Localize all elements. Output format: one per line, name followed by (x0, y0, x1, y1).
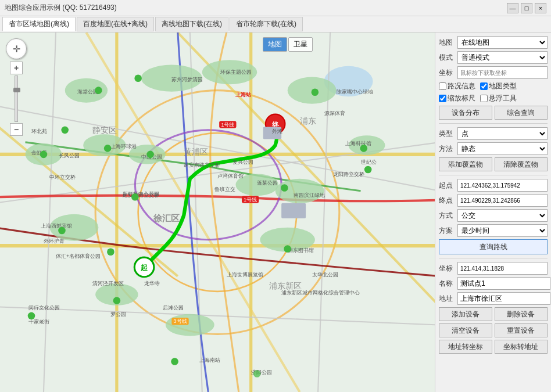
map-area[interactable]: 起 终 静安区 (0, 33, 435, 392)
maximize-button[interactable]: □ (521, 3, 532, 13)
plan-row: 方案 最少时间 最少换乘 最少步行 (439, 224, 548, 237)
svg-point-95 (113, 297, 121, 304)
svg-text:静安区: 静安区 (92, 126, 117, 135)
svg-text:梦公园: 梦公园 (110, 311, 126, 317)
svg-point-100 (360, 145, 368, 152)
float-tool-checkbox[interactable]: 悬浮工具 (480, 93, 517, 103)
method-select[interactable]: 静态 动态 (457, 142, 548, 155)
svg-text:3号线: 3号线 (173, 318, 187, 324)
map-view-button[interactable]: 地图 (263, 37, 287, 52)
svg-text:上海西郊宾馆: 上海西郊宾馆 (41, 222, 72, 229)
zoom-slider[interactable] (15, 75, 18, 122)
map-type-switcher: 地图 卫星 (263, 37, 313, 52)
zoom-out-button[interactable]: − (10, 123, 23, 136)
svg-point-91 (61, 127, 69, 134)
map-select[interactable]: 在线地图 离线地图 (457, 36, 548, 49)
clear-device-button[interactable]: 清空设备 (439, 323, 492, 337)
right-panel: 地图 在线地图 离线地图 模式 普通模式 卫星模式 混合模式 坐标 路况信息 (435, 33, 551, 392)
tab-offline-region[interactable]: 省市区域地图(离线) (2, 17, 76, 31)
end-input[interactable] (457, 194, 548, 207)
coord-input[interactable] (457, 66, 548, 79)
add-device-button[interactable]: 添加设备 (439, 307, 492, 321)
svg-text:黄浦区: 黄浦区 (184, 148, 208, 156)
mode-selector-row: 模式 普通模式 卫星模式 混合模式 (439, 51, 548, 64)
svg-text:环北苑: 环北苑 (31, 128, 47, 134)
zoom-in-button[interactable]: + (10, 62, 23, 74)
svg-point-101 (364, 166, 372, 174)
svg-point-97 (107, 248, 115, 256)
svg-point-90 (40, 151, 48, 159)
window-title: 地图综合应用示例 (QQ: 517216493) (5, 3, 117, 13)
satellite-view-button[interactable]: 卫星 (288, 37, 313, 52)
device-distribution-button[interactable]: 设备分布 (439, 106, 492, 120)
svg-text:上海环球港: 上海环球港 (110, 143, 137, 149)
overlay-btn-row: 添加覆盖物 清除覆盖物 (439, 157, 548, 171)
svg-text:源深体育: 源深体育 (324, 110, 345, 116)
reset-device-button[interactable]: 重置设备 (495, 323, 548, 337)
compass-button[interactable]: ✛ (6, 38, 27, 59)
add-overlay-button[interactable]: 添加覆盖物 (439, 157, 492, 171)
clear-overlay-button[interactable]: 清除覆盖物 (495, 157, 548, 171)
name-input[interactable] (457, 277, 550, 290)
mode-label: 模式 (439, 53, 455, 63)
menu-bar: 省市区域地图(离线) 百度地图(在线+离线) 离线地图下载(在线) 省市轮廓下载… (0, 16, 551, 33)
address-label: 地址 (439, 294, 455, 304)
svg-text:闵行文化公园: 闵行文化公园 (28, 304, 60, 311)
type-row: 类型 点 线 面 (439, 127, 548, 140)
minimize-button[interactable]: — (507, 3, 518, 13)
address-input[interactable] (457, 292, 550, 305)
maptype-checkbox[interactable]: 地图类型 (480, 81, 517, 91)
svg-text:1号线: 1号线 (221, 121, 234, 128)
coord-label: 坐标 (439, 68, 455, 78)
transport-select[interactable]: 公交 驾车 步行 (457, 209, 548, 222)
svg-point-92 (104, 145, 112, 152)
svg-text:上海站: 上海站 (235, 91, 252, 98)
svg-text:陈家嘴中心绿地: 陈家嘴中心绿地 (337, 88, 373, 95)
device-query-row: 设备分布 综合查询 (439, 106, 548, 120)
divider-3 (439, 258, 548, 258)
coord-value-input[interactable] (457, 262, 548, 275)
start-label: 起点 (439, 181, 455, 190)
svg-rect-37 (281, 203, 306, 218)
svg-point-33 (166, 314, 214, 336)
plan-select[interactable]: 最少时间 最少换乘 最少步行 (457, 224, 548, 237)
mode-select[interactable]: 普通模式 卫星模式 混合模式 (457, 51, 548, 64)
query-route-button[interactable]: 查询路线 (439, 239, 548, 254)
transport-label: 方式 (439, 211, 455, 221)
close-button[interactable]: × (535, 3, 546, 13)
svg-text:龙阳路立交桥: 龙阳路立交桥 (333, 171, 364, 177)
coord-to-addr-button[interactable]: 坐标转地址 (495, 340, 548, 354)
svg-text:苏州河梦清园: 苏州河梦清园 (171, 76, 203, 82)
svg-point-94 (58, 227, 66, 235)
zoom-scale-checkbox[interactable]: 缩放标尺 (439, 93, 475, 103)
zoom-controls: + − (6, 62, 27, 136)
composite-query-button[interactable]: 综合查询 (495, 106, 548, 120)
start-row: 起点 (439, 179, 548, 192)
name-label: 名称 (439, 279, 455, 289)
zoom-handle[interactable] (13, 88, 20, 92)
road-info-checkbox[interactable]: 路况信息 (439, 81, 475, 91)
tab-offline-download[interactable]: 离线地图下载(在线) (155, 17, 228, 31)
svg-text:外环沪青: 外环沪青 (44, 238, 65, 244)
addr-to-coord-button[interactable]: 地址转坐标 (439, 340, 492, 354)
del-device-button[interactable]: 删除设备 (495, 307, 548, 321)
tab-baidu-map[interactable]: 百度地图(在线+离线) (77, 17, 154, 31)
transport-row: 方式 公交 驾车 步行 (439, 209, 548, 222)
svg-text:鲁班立交: 鲁班立交 (214, 186, 235, 192)
svg-point-105 (253, 370, 261, 377)
method-row: 方法 静态 动态 (439, 142, 548, 155)
name-row: 名称 (439, 277, 548, 290)
tab-outline-download[interactable]: 省市轮廓下载(在线) (230, 17, 303, 31)
svg-text:1号线: 1号线 (244, 196, 257, 203)
type-select[interactable]: 点 线 面 (457, 127, 548, 140)
svg-text:世纪公: 世纪公 (361, 159, 377, 165)
plan-label: 方案 (439, 226, 455, 236)
svg-point-99 (312, 89, 319, 96)
geocode-row: 地址转坐标 坐标转地址 (439, 340, 548, 354)
divider-1 (439, 123, 548, 124)
svg-text:长风公园: 长风公园 (59, 152, 80, 159)
start-input[interactable] (457, 179, 548, 192)
svg-text:卢湾体育馆: 卢湾体育馆 (217, 172, 244, 179)
svg-point-103 (284, 245, 291, 253)
coord-row: 坐标 (439, 66, 548, 79)
